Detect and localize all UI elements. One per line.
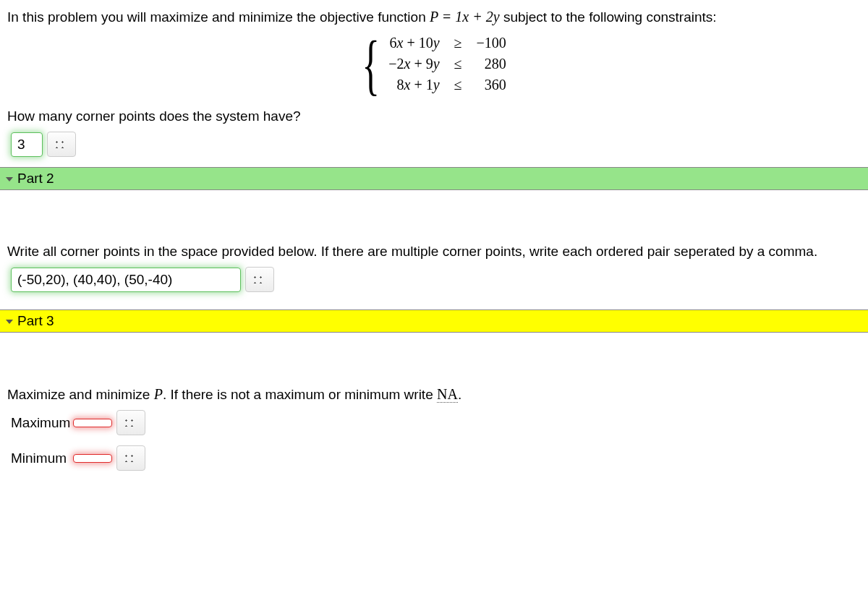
intro-text: In this problem you will maximize and mi… [7,9,861,25]
keypad-icon [125,419,137,427]
part3-mid: . If there is not a maximum or minimum w… [163,387,437,402]
constraint-row: 6x + 10y ≥ −100 [381,33,514,54]
corner-count-input[interactable]: 3 [11,132,43,157]
constraints-table: 6x + 10y ≥ −100 −2x + 9y ≤ 280 8x + 1y ≤… [381,33,514,95]
brace-icon: { [362,38,380,91]
part3-post: . [458,387,461,402]
caret-down-icon [6,320,13,324]
part2-header[interactable]: Part 2 [0,167,868,190]
keypad-button[interactable] [47,132,76,157]
intro-pre: In this problem you will maximize and mi… [7,9,430,25]
keypad-button[interactable] [116,410,145,435]
objective-fn: P = 1x + 2y [430,9,500,25]
keypad-button[interactable] [245,267,274,292]
keypad-icon [125,455,137,462]
part2-header-label: Part 2 [17,171,54,186]
keypad-icon [254,276,265,283]
maximum-label: Maximum [11,415,73,431]
part3-header[interactable]: Part 3 [0,309,868,333]
maximum-input[interactable] [73,419,112,427]
p-var: P [154,386,163,402]
keypad-icon [56,141,67,148]
part2-question: Write all corner points in the space pro… [7,244,861,260]
part3-question: Maximize and minimize P. If there is not… [7,386,861,403]
constraint-row: −2x + 9y ≤ 280 [381,54,514,74]
constraint-row: 8x + 1y ≤ 360 [381,74,514,95]
part3-pre: Maximize and minimize [7,387,154,402]
part3-header-label: Part 3 [17,313,54,328]
constraints-block: { 6x + 10y ≥ −100 −2x + 9y ≤ 280 8x + 1y… [7,33,861,95]
caret-down-icon [6,177,13,181]
part1-question: How many corner points does the system h… [7,108,861,124]
intro-post: subject to the following constraints: [503,9,717,25]
keypad-button[interactable] [116,445,145,471]
minimum-input[interactable] [73,454,112,463]
corner-points-input[interactable]: (-50,20), (40,40), (50,-40) [11,268,241,292]
minimum-label: Minimum [11,450,73,466]
na-text: NA [437,386,458,403]
